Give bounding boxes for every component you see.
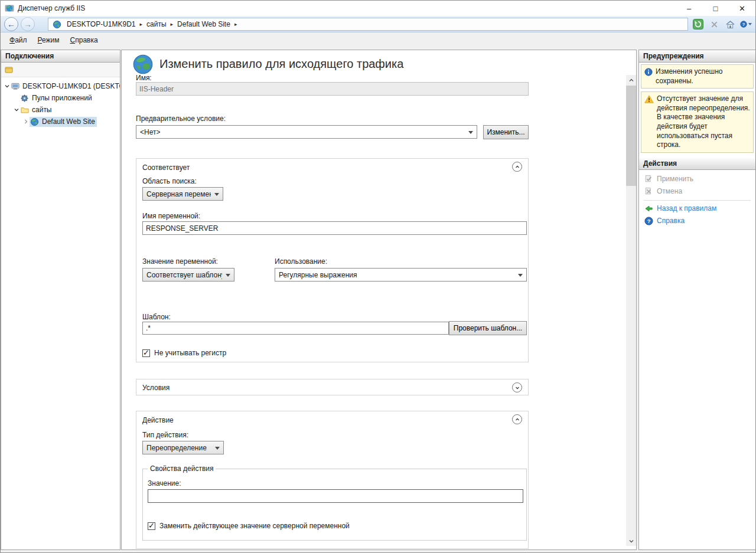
cancel-action: Отмена: [639, 185, 755, 198]
scroll-up-icon[interactable]: [626, 75, 636, 85]
collapse-section-icon[interactable]: [512, 162, 522, 172]
help-menu-icon[interactable]: ?: [740, 18, 752, 30]
breadcrumb-item-server[interactable]: DESKTOP-U1MK9D1: [64, 20, 138, 28]
usage-label: Использование:: [275, 257, 327, 266]
dropdown-arrow-icon: [215, 447, 220, 450]
test-pattern-button[interactable]: Проверить шаблон...: [449, 321, 527, 335]
apply-action: Применить: [639, 173, 755, 185]
maximize-icon: □: [713, 4, 718, 13]
dropdown-arrow-icon: [226, 274, 230, 277]
alerts-header: Предупреждения: [639, 50, 755, 63]
tree-node-default-web-site[interactable]: Default Web Site: [1, 116, 120, 127]
back-button[interactable]: ←: [4, 17, 18, 31]
collapse-section-icon[interactable]: [512, 414, 522, 424]
back-icon: ←: [7, 20, 15, 28]
breadcrumb-chevron-icon[interactable]: ▸: [138, 21, 144, 27]
forward-button[interactable]: →: [21, 17, 35, 31]
page-globe-icon: [132, 54, 154, 75]
variable-value-label: Значение переменной:: [142, 257, 218, 266]
help-dropdown-caret-icon: [748, 23, 752, 25]
menu-help[interactable]: Справка: [65, 34, 103, 46]
cancel-label: Отмена: [657, 187, 682, 195]
action-section-title: Действие: [142, 416, 174, 424]
breadcrumb-chevron-icon[interactable]: ▸: [233, 21, 239, 27]
maximize-button[interactable]: □: [702, 1, 729, 16]
main-scrollbar[interactable]: [626, 75, 636, 546]
right-panel: Предупреждения Изменения успешно сохране…: [638, 50, 756, 550]
info-alert-text: Изменения успешно сохранены.: [656, 67, 750, 86]
breadcrumb-item-default-web-site[interactable]: Default Web Site: [175, 20, 233, 28]
tree-node-sites[interactable]: сайты: [1, 104, 120, 116]
ignore-case-checkbox[interactable]: [142, 349, 150, 357]
scrollbar-thumb[interactable]: [626, 86, 636, 186]
precondition-label: Предварительное условие:: [136, 114, 226, 123]
info-icon: [644, 68, 653, 86]
replace-value-checkbox[interactable]: [148, 522, 155, 530]
help-icon: ?: [644, 216, 653, 225]
action-section: Действие Тип действия: Переопределение С…: [136, 411, 529, 549]
breadcrumb[interactable]: DESKTOP-U1MK9D1 ▸ сайты ▸ Default Web Si…: [48, 18, 688, 31]
svg-text:?: ?: [647, 218, 650, 224]
apply-label: Применить: [657, 175, 693, 183]
breadcrumb-item-sites[interactable]: сайты: [144, 20, 169, 28]
variable-value-select[interactable]: Соответствует шаблону: [142, 268, 234, 282]
app-pools-icon: [20, 94, 30, 103]
selected-tree-node[interactable]: Default Web Site: [30, 117, 97, 127]
home-icon[interactable]: [724, 18, 736, 30]
conditions-section: Условия: [136, 379, 529, 395]
action-value-field[interactable]: [148, 489, 523, 503]
cancel-icon: [644, 186, 653, 196]
tree-node-label: DESKTOP-U1MK9D1 (DESKTOP: [22, 82, 120, 90]
precondition-select[interactable]: <Нет>: [136, 125, 477, 139]
action-properties-legend: Свойства действия: [148, 464, 216, 473]
match-section: Соответствует Область поиска: Серверная …: [136, 158, 529, 362]
precondition-value: <Нет>: [140, 128, 160, 136]
menu-view[interactable]: Режим: [32, 34, 65, 46]
dropdown-arrow-icon: [518, 274, 523, 277]
breadcrumb-chevron-icon[interactable]: ▸: [169, 21, 175, 27]
tree-node-app-pools[interactable]: Пулы приложений: [1, 92, 120, 104]
action-type-select[interactable]: Переопределение: [142, 441, 224, 454]
close-button[interactable]: ✕: [729, 1, 755, 16]
scroll-down-icon[interactable]: [626, 536, 636, 546]
warning-alert-text: Отсутствует значение для действия переоп…: [657, 94, 750, 150]
info-alert: Изменения успешно сохранены.: [641, 64, 754, 89]
website-globe-icon: [30, 117, 40, 126]
iis-manager-window: Диспетчер служб IIS – □ ✕ ← → DESKTOP-U1…: [0, 0, 756, 553]
minimize-button[interactable]: –: [676, 1, 702, 16]
ignore-case-label: Не учитывать регистр: [154, 349, 226, 357]
usage-select[interactable]: Регулярные выражения: [275, 268, 527, 282]
warning-alert: Отсутствует значение для действия переоп…: [641, 91, 754, 153]
window-controls: – □ ✕: [676, 1, 755, 16]
edit-precondition-button[interactable]: Изменить...: [483, 125, 529, 139]
back-to-rules-action[interactable]: Назад к правилам: [639, 202, 755, 215]
window-title: Диспетчер служб IIS: [18, 4, 85, 12]
tree-node-server[interactable]: DESKTOP-U1MK9D1 (DESKTOP: [1, 80, 120, 92]
connections-panel: Подключения DESKTOP-U1MK9D1 (DESKTOP: [1, 50, 120, 550]
usage-value: Регулярные выражения: [279, 271, 357, 279]
variable-value-value: Соответствует шаблону: [146, 271, 222, 279]
replace-value-label: Заменить действующее значение серверной …: [159, 522, 350, 530]
scope-value: Серверная переменная: [146, 190, 211, 198]
action-type-value: Переопределение: [146, 444, 207, 452]
connections-header: Подключения: [1, 50, 120, 63]
help-link[interactable]: Справка: [657, 217, 685, 225]
back-to-rules-link[interactable]: Назад к правилам: [657, 204, 716, 212]
apply-icon: [644, 174, 653, 184]
refresh-icon[interactable]: [692, 18, 704, 30]
warning-icon: [644, 95, 654, 150]
help-action[interactable]: ? Справка: [639, 215, 755, 227]
collapse-chevron-icon[interactable]: [4, 83, 11, 89]
scope-select[interactable]: Серверная переменная: [142, 187, 223, 201]
stop-icon[interactable]: [708, 18, 720, 30]
expand-chevron-icon[interactable]: [22, 119, 30, 125]
page-title: Изменить правило для исходящего трафика: [159, 57, 403, 71]
new-connection-icon[interactable]: [4, 65, 14, 74]
pattern-field[interactable]: [142, 322, 449, 335]
action-type-label: Тип действия:: [142, 431, 188, 439]
menu-file[interactable]: Файл: [4, 34, 32, 46]
expand-section-icon[interactable]: [512, 382, 522, 392]
collapse-chevron-icon[interactable]: [13, 107, 20, 113]
connections-tree: DESKTOP-U1MK9D1 (DESKTOP Пулы приложений…: [1, 77, 120, 127]
variable-name-field[interactable]: [142, 221, 527, 235]
